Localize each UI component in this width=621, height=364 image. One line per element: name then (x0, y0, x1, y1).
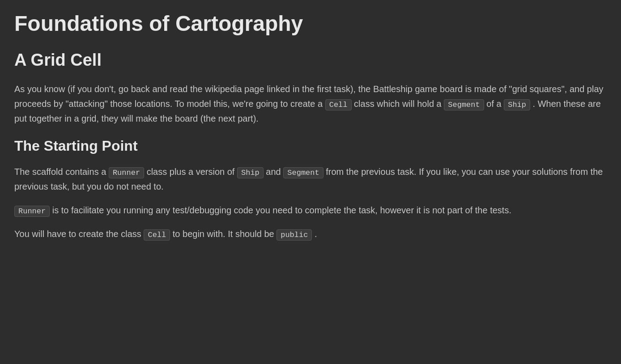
section2-paragraph2: Runner is to facilitate you running any … (14, 203, 607, 218)
section1-p1-text3: of a (486, 99, 501, 109)
section2-p2-text1: is to facilitate you running any test/de… (52, 205, 511, 215)
runner-code-2: Runner (14, 206, 50, 217)
runner-code-1: Runner (109, 167, 144, 178)
section1-p1-text2: class which will hold a (354, 99, 442, 109)
section1-paragraph1: As you know (if you don't, go back and r… (14, 82, 607, 126)
section2-p3-text1: You will have to create the class (14, 229, 141, 239)
section2-p1-text2: class plus a version of (147, 167, 235, 177)
section2-title: The Starting Point (14, 137, 607, 156)
cell-code-2: Cell (144, 229, 170, 241)
section2-p1-text1: The scaffold contains a (14, 167, 106, 177)
ship-code-1: Ship (504, 99, 530, 110)
section2-p3-text3: . (315, 229, 317, 239)
public-code-1: public (276, 229, 312, 241)
segment-code-2: Segment (283, 167, 323, 178)
section2-p1-text3: and (266, 167, 281, 177)
section2-p3-text2: to begin with. It should be (173, 229, 274, 239)
main-title: Foundations of Cartography (14, 11, 607, 37)
cell-code-1: Cell (325, 99, 352, 110)
section2-paragraph3: You will have to create the class Cell t… (14, 227, 607, 241)
ship-code-2: Ship (237, 167, 264, 178)
section2-paragraph1: The scaffold contains a Runner class plu… (14, 165, 607, 194)
page-content: Foundations of Cartography A Grid Cell A… (14, 11, 607, 241)
segment-code-1: Segment (444, 99, 484, 110)
section1-title: A Grid Cell (14, 49, 607, 71)
